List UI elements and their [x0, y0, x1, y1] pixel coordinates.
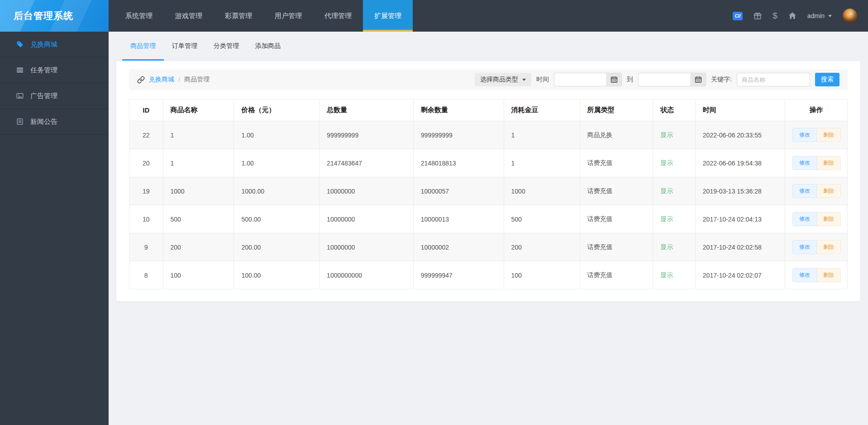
edit-button[interactable]: 修改	[792, 212, 817, 226]
tab-item[interactable]: 分类管理	[205, 32, 247, 61]
row-action-group: 修改删除	[792, 156, 841, 170]
column-header: 消耗金豆	[504, 99, 580, 121]
sidebar-item-label: 兑换商城	[30, 40, 57, 49]
gift-icon[interactable]	[754, 12, 762, 20]
cell-time: 2019-03-13 15:36:28	[695, 177, 785, 205]
delete-button[interactable]: 删除	[817, 268, 841, 282]
breadcrumb-link[interactable]: 兑换商城	[149, 76, 174, 84]
cell-remaining: 999999947	[413, 261, 504, 289]
app-title: 后台管理系统	[14, 9, 73, 22]
table-row: 8100100.001000000000999999947100话费充值显示20…	[129, 261, 848, 289]
cell-type: 话费充值	[580, 205, 653, 233]
cell-actions: 修改删除	[785, 149, 848, 177]
top-nav-item[interactable]: 用户管理	[263, 0, 313, 32]
cell-time: 2017-10-24 02:02:07	[695, 261, 785, 289]
cell-actions: 修改删除	[785, 261, 848, 289]
user-menu[interactable]: admin	[807, 12, 832, 19]
main-content: 商品管理订单管理分类管理添加商品 兑换商城 / 商品管理 选择商品类型 时间	[109, 32, 868, 425]
cell-cost: 1000	[504, 177, 580, 205]
tab-item[interactable]: 添加商品	[247, 32, 289, 61]
breadcrumb-separator: /	[178, 76, 180, 83]
avatar[interactable]	[843, 9, 857, 23]
cell-remaining: 10000002	[413, 233, 504, 261]
filter-bar: 选择商品类型 时间 到 关键字: 搜索	[475, 73, 839, 86]
header-icon-group: CI/$	[733, 11, 796, 21]
row-action-group: 修改删除	[792, 268, 841, 282]
product-type-select[interactable]: 选择商品类型	[475, 73, 531, 86]
top-nav-item[interactable]: 扩展管理	[363, 0, 413, 32]
top-nav-item[interactable]: 游戏管理	[164, 0, 214, 32]
currency-badge-icon[interactable]: CI/	[733, 12, 743, 20]
edit-button[interactable]: 修改	[792, 156, 817, 170]
tab-strip: 商品管理订单管理分类管理添加商品	[109, 32, 868, 61]
edit-button[interactable]: 修改	[792, 184, 817, 198]
cell-id: 20	[129, 149, 163, 177]
edit-button[interactable]: 修改	[792, 240, 817, 254]
cell-status: 显示	[653, 261, 696, 289]
cell-status: 显示	[653, 121, 696, 149]
cell-total: 999999999	[320, 121, 414, 149]
status-badge: 显示	[660, 187, 673, 194]
column-header: 总数量	[320, 99, 414, 121]
top-nav-item[interactable]: 代理管理	[313, 0, 363, 32]
row-action-group: 修改删除	[792, 212, 841, 226]
edit-button[interactable]: 修改	[792, 268, 817, 282]
sidebar-item[interactable]: 新闻公告	[0, 109, 109, 135]
products-table: ID商品名称价格（元）总数量剩余数量消耗金豆所属类型状态时间操作 2211.00…	[129, 99, 848, 289]
cell-name: 200	[163, 233, 234, 261]
cell-name: 100	[163, 261, 234, 289]
sidebar-item[interactable]: 兑换商城	[0, 32, 109, 57]
app-logo: 后台管理系统	[0, 0, 109, 32]
delete-button[interactable]: 删除	[817, 128, 841, 142]
keyword-label: 关键字:	[711, 76, 732, 84]
cell-id: 10	[129, 205, 163, 233]
breadcrumb: 兑换商城 / 商品管理	[137, 76, 210, 84]
sidebar-item[interactable]: 任务管理	[0, 57, 109, 83]
cell-id: 22	[129, 121, 163, 149]
calendar-icon[interactable]	[691, 73, 706, 86]
cell-time: 2017-10-24 02:02:58	[695, 233, 785, 261]
search-button[interactable]: 搜索	[815, 73, 839, 86]
top-header: 后台管理系统 系统管理游戏管理彩票管理用户管理代理管理扩展管理 CI/$ adm…	[0, 0, 868, 32]
cell-name: 1	[163, 121, 234, 149]
cell-total: 10000000	[320, 177, 414, 205]
tasks-icon	[16, 66, 24, 74]
date-to-input[interactable]	[638, 73, 691, 86]
delete-button[interactable]: 删除	[817, 156, 841, 170]
toolbar: 兑换商城 / 商品管理 选择商品类型 时间 到	[129, 69, 848, 90]
tab-item[interactable]: 商品管理	[122, 32, 164, 61]
tab-item[interactable]: 订单管理	[164, 32, 205, 61]
delete-button[interactable]: 删除	[817, 184, 841, 198]
top-nav-item[interactable]: 系统管理	[114, 0, 164, 32]
cell-name: 1	[163, 149, 234, 177]
keyword-input[interactable]	[737, 73, 810, 86]
sidebar-item[interactable]: 广告管理	[0, 83, 109, 109]
edit-button[interactable]: 修改	[792, 128, 817, 142]
column-header: 时间	[695, 99, 785, 121]
date-from-input[interactable]	[554, 73, 606, 86]
cell-actions: 修改删除	[785, 121, 848, 149]
delete-button[interactable]: 删除	[817, 240, 841, 254]
time-label: 时间	[536, 76, 549, 84]
cell-price: 100.00	[234, 261, 320, 289]
column-header: 状态	[653, 99, 696, 121]
sidebar-item-label: 新闻公告	[30, 118, 57, 126]
cell-actions: 修改删除	[785, 205, 848, 233]
column-header: 价格（元）	[234, 99, 320, 121]
column-header: ID	[129, 99, 163, 121]
column-header: 操作	[785, 99, 848, 121]
cell-type: 话费充值	[580, 149, 653, 177]
top-nav-item[interactable]: 彩票管理	[214, 0, 263, 32]
cell-price: 1000.00	[234, 177, 320, 205]
home-icon[interactable]	[788, 12, 796, 20]
dollar-icon[interactable]: $	[773, 11, 777, 21]
column-header: 剩余数量	[413, 99, 504, 121]
delete-button[interactable]: 删除	[817, 212, 841, 226]
cell-cost: 500	[504, 205, 580, 233]
calendar-icon[interactable]	[606, 73, 622, 86]
sidebar-item-label: 任务管理	[30, 66, 57, 75]
link-icon	[137, 76, 145, 84]
cell-time: 2022-06-06 19:54:38	[695, 149, 785, 177]
cell-status: 显示	[653, 205, 696, 233]
cell-id: 19	[129, 177, 163, 205]
